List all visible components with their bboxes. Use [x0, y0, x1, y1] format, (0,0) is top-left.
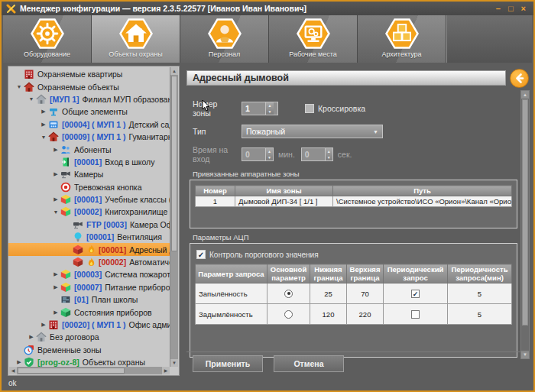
- hw-zones-group-label: Привязанные аппаратные зоны: [193, 170, 517, 178]
- expand-arrow-icon[interactable]: ▶: [15, 359, 24, 365]
- object-tree: Охраняемые квартиры ▼Охраняемые объекты …: [8, 68, 170, 368]
- periodic-checkbox[interactable]: ✓: [411, 290, 420, 298]
- expand-arrow-icon[interactable]: ▼: [15, 84, 24, 89]
- expand-arrow-icon[interactable]: ▶: [27, 334, 36, 340]
- tree-item-kindergarten[interactable]: ▶[00004] ( МУП 1 )Детский сад "Рябинка": [8, 118, 170, 131]
- elements-icon: [48, 106, 59, 117]
- expand-arrow-icon[interactable]: ▼: [51, 209, 60, 215]
- tree-item-branch-mup[interactable]: ▼[МУП 1]Филиал МУП образования МО Орехов…: [8, 93, 170, 105]
- tree-item-common-elements[interactable]: ▶Общие элементы: [8, 105, 170, 118]
- tree-item-admin-office[interactable]: ▶[00020] ( МУП 1 )Офис администрации упр…: [8, 319, 170, 331]
- cancel-button[interactable]: Отмена: [274, 355, 344, 372]
- type-dropdown[interactable]: Пожарный ▼: [242, 125, 383, 138]
- tree-item-automatic-flame[interactable]: [00002]Автоматический пламени: [8, 256, 170, 268]
- expand-arrow-icon[interactable]: ▼: [39, 134, 48, 140]
- object-tree-panel: Охраняемые квартиры ▼Охраняемые объекты …: [8, 66, 180, 376]
- red-house-icon: [24, 82, 34, 92]
- tree-item-time-zones[interactable]: Временные зоны: [8, 344, 170, 356]
- hw-col-zone-name: Имя зоны: [235, 186, 333, 196]
- maximize-button[interactable]: □: [508, 3, 514, 14]
- scrollbar-thumb[interactable]: [171, 76, 177, 251]
- scrollbar-thumb[interactable]: [522, 99, 528, 326]
- toolbar-item-label: Оборудование: [24, 50, 70, 58]
- minimize-button[interactable]: –: [496, 3, 501, 14]
- expand-arrow-icon[interactable]: ▶: [51, 284, 60, 290]
- device-icon: [48, 119, 59, 130]
- expand-arrow-icon[interactable]: ▶: [51, 309, 60, 316]
- adc-col-period: Периодичность запроса(мин): [448, 264, 512, 283]
- tree-item-cameras[interactable]: ▶Камеры: [8, 168, 170, 180]
- entry-seconds-stepper[interactable]: 0 ▲▼: [301, 147, 333, 161]
- tree-item-protected-apartments[interactable]: Охраняемые квартиры: [8, 68, 170, 80]
- toolbar-item-equipment[interactable]: Оборудование: [3, 15, 92, 63]
- zone-number-stepper[interactable]: 1 ▲▼: [242, 102, 278, 115]
- status-text: ok: [8, 379, 17, 387]
- expand-arrow-icon[interactable]: ▼: [27, 96, 36, 102]
- periodic-checkbox[interactable]: [411, 310, 420, 319]
- main-toolbar: Оборудование Объекты охраны Персонал Раб…: [3, 15, 532, 63]
- hw-col-number: Номер: [196, 186, 235, 196]
- tree-item-no-contract[interactable]: ▶Без договора: [8, 331, 170, 343]
- close-button[interactable]: ×: [521, 3, 526, 14]
- primary-param-radio[interactable]: [284, 290, 293, 298]
- tree-item-office-camera-ftp[interactable]: FTP [0003]Камера Офис FTP: [8, 219, 170, 231]
- hw-zone-row[interactable]: 1 Дымовой ДИП-34 [ 1/1 ] \Системное устр…: [196, 196, 512, 207]
- back-button[interactable]: [510, 69, 529, 88]
- alarm-button-icon: [60, 182, 71, 193]
- tree-item-addressable-smoke[interactable]: [00001]Адресный дымовой: [8, 243, 170, 255]
- tree-item-ventilation[interactable]: [00001]Вентиляция: [8, 231, 170, 243]
- tree-item-school-plan[interactable]: [01]План школы: [8, 293, 170, 306]
- stepper-down-icon[interactable]: ▼: [266, 109, 274, 115]
- toolbar-item-architecture[interactable]: Архитектура: [358, 15, 446, 63]
- expand-arrow-icon[interactable]: ▶: [51, 171, 60, 177]
- tree-item-book-depository[interactable]: ▼[00002]Книгохранилище (С2000-КДЛ): [8, 206, 170, 218]
- scrollbar-thumb[interactable]: [18, 368, 125, 374]
- chevron-down-icon: ▼: [373, 129, 378, 134]
- title-bar: Менеджер конфигурации — версия 2.3.5.225…: [2, 2, 533, 15]
- app-window: Менеджер конфигурации — версия 2.3.5.225…: [0, 0, 535, 392]
- scroll-right-icon[interactable]: ▶: [162, 367, 170, 374]
- toolbar-item-workstations[interactable]: Рабочие места: [269, 15, 358, 63]
- expand-arrow-icon[interactable]: ▶: [51, 271, 60, 277]
- multicolor-cube-icon: [60, 194, 71, 205]
- expand-arrow-icon[interactable]: ▶: [51, 196, 60, 202]
- expand-arrow-icon[interactable]: ▶: [39, 121, 48, 128]
- toolbar-item-personnel[interactable]: Персонал: [180, 15, 269, 63]
- primary-param-radio[interactable]: [284, 310, 293, 319]
- tree-horizontal-scrollbar[interactable]: ◀ ▶: [9, 367, 170, 374]
- stepper-up-icon[interactable]: ▲: [266, 102, 274, 109]
- tree-item-classrooms[interactable]: ▶[00001]Учебные классы (Сигнал 10): [8, 193, 170, 206]
- tree-item-panic-button[interactable]: Тревожная кнопка: [8, 181, 170, 193]
- tree-item-security-objects-root[interactable]: ▶[prog-oz-8]Объекты охраны: [8, 356, 170, 368]
- time-zones-icon: [24, 345, 34, 355]
- tree-item-device-states[interactable]: ▶Состояния приборов: [8, 306, 170, 318]
- expand-arrow-icon[interactable]: ▶: [39, 109, 48, 115]
- stepper-down-icon[interactable]: ▼: [326, 154, 332, 160]
- apply-button[interactable]: Применить: [193, 355, 263, 372]
- scroll-up-icon[interactable]: ▲: [170, 67, 178, 75]
- tree-item-lyceum[interactable]: ▼[00009] ( МУП 1 )Гуманитарный лицей № 9: [8, 131, 170, 143]
- stepper-up-icon[interactable]: ▲: [326, 148, 332, 154]
- threshold-control-checkbox[interactable]: ✓: [196, 250, 206, 259]
- stepper-down-icon[interactable]: ▼: [266, 154, 273, 160]
- expand-arrow-icon[interactable]: ▶: [39, 322, 48, 328]
- scroll-down-icon[interactable]: ▼: [170, 359, 178, 367]
- tree-item-device-power[interactable]: ▶[00007]Питание приборов: [8, 281, 170, 293]
- stepper-up-icon[interactable]: ▲: [266, 148, 273, 154]
- adc-col-primary: Основной параметр: [268, 264, 310, 283]
- scroll-left-icon[interactable]: ◀: [9, 367, 17, 374]
- tree-item-school-entrance[interactable]: [00001]Вход в школу: [8, 156, 170, 168]
- people-icon: [60, 144, 71, 155]
- gray-house-icon: [36, 94, 47, 105]
- entry-minutes-stepper[interactable]: 0 ▲▼: [242, 147, 274, 161]
- tree-vertical-scrollbar[interactable]: ▲ ▼: [170, 67, 178, 367]
- crossover-checkbox[interactable]: [305, 104, 314, 113]
- editor-vertical-scrollbar[interactable]: ▲ ▼: [520, 90, 530, 359]
- tree-item-subscribers[interactable]: ▶Абоненты: [8, 143, 170, 155]
- multicolor-cube-icon: [60, 269, 71, 280]
- scroll-up-icon[interactable]: ▲: [521, 91, 529, 99]
- tree-item-fire-suppression[interactable]: ▶[00003]Система пожаротушения (АСПТ): [8, 268, 170, 280]
- tree-item-protected-objects[interactable]: ▼Охраняемые объекты: [8, 80, 170, 92]
- toolbar-item-protected-objects[interactable]: Объекты охраны: [92, 15, 180, 63]
- expand-arrow-icon[interactable]: ▶: [51, 147, 60, 153]
